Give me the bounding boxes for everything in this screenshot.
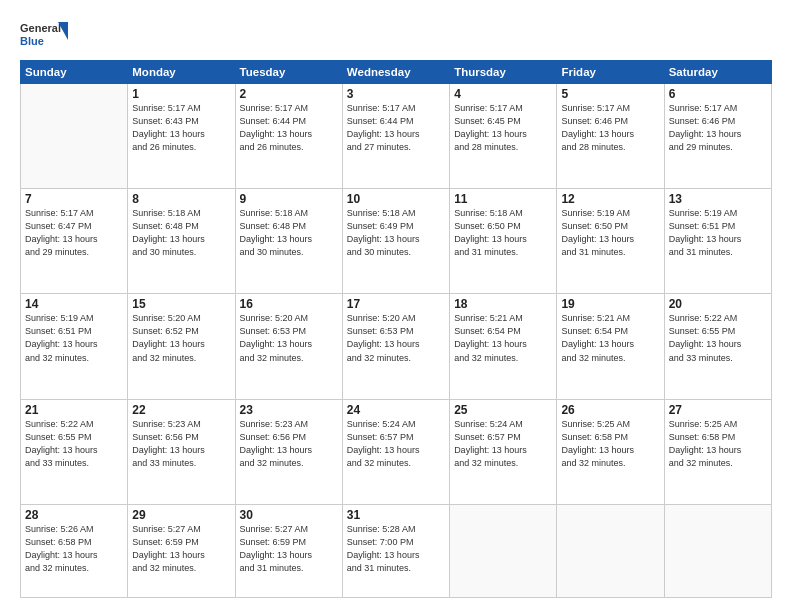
day-info: Sunrise: 5:24 AMSunset: 6:57 PMDaylight:… (347, 418, 445, 470)
day-number: 31 (347, 508, 445, 522)
day-number: 11 (454, 192, 552, 206)
calendar-table: SundayMondayTuesdayWednesdayThursdayFrid… (20, 60, 772, 598)
day-info: Sunrise: 5:21 AMSunset: 6:54 PMDaylight:… (454, 312, 552, 364)
day-number: 4 (454, 87, 552, 101)
weekday-header-sunday: Sunday (21, 61, 128, 84)
calendar-cell: 27Sunrise: 5:25 AMSunset: 6:58 PMDayligh… (664, 399, 771, 504)
day-number: 27 (669, 403, 767, 417)
weekday-header-wednesday: Wednesday (342, 61, 449, 84)
day-number: 16 (240, 297, 338, 311)
day-number: 6 (669, 87, 767, 101)
day-info: Sunrise: 5:17 AMSunset: 6:44 PMDaylight:… (240, 102, 338, 154)
day-info: Sunrise: 5:19 AMSunset: 6:50 PMDaylight:… (561, 207, 659, 259)
day-number: 7 (25, 192, 123, 206)
day-info: Sunrise: 5:18 AMSunset: 6:50 PMDaylight:… (454, 207, 552, 259)
calendar-cell: 19Sunrise: 5:21 AMSunset: 6:54 PMDayligh… (557, 294, 664, 399)
day-info: Sunrise: 5:27 AMSunset: 6:59 PMDaylight:… (240, 523, 338, 575)
svg-text:Blue: Blue (20, 35, 44, 47)
logo: General Blue (20, 18, 70, 54)
weekday-header-friday: Friday (557, 61, 664, 84)
day-number: 2 (240, 87, 338, 101)
calendar-cell: 5Sunrise: 5:17 AMSunset: 6:46 PMDaylight… (557, 84, 664, 189)
weekday-header-monday: Monday (128, 61, 235, 84)
calendar-week-row: 14Sunrise: 5:19 AMSunset: 6:51 PMDayligh… (21, 294, 772, 399)
day-number: 3 (347, 87, 445, 101)
day-info: Sunrise: 5:19 AMSunset: 6:51 PMDaylight:… (25, 312, 123, 364)
day-info: Sunrise: 5:20 AMSunset: 6:53 PMDaylight:… (347, 312, 445, 364)
calendar-cell: 13Sunrise: 5:19 AMSunset: 6:51 PMDayligh… (664, 189, 771, 294)
weekday-header-tuesday: Tuesday (235, 61, 342, 84)
day-info: Sunrise: 5:19 AMSunset: 6:51 PMDaylight:… (669, 207, 767, 259)
day-info: Sunrise: 5:26 AMSunset: 6:58 PMDaylight:… (25, 523, 123, 575)
calendar-cell: 14Sunrise: 5:19 AMSunset: 6:51 PMDayligh… (21, 294, 128, 399)
day-info: Sunrise: 5:28 AMSunset: 7:00 PMDaylight:… (347, 523, 445, 575)
day-info: Sunrise: 5:20 AMSunset: 6:52 PMDaylight:… (132, 312, 230, 364)
calendar-cell: 22Sunrise: 5:23 AMSunset: 6:56 PMDayligh… (128, 399, 235, 504)
day-number: 1 (132, 87, 230, 101)
day-info: Sunrise: 5:17 AMSunset: 6:45 PMDaylight:… (454, 102, 552, 154)
calendar-cell: 25Sunrise: 5:24 AMSunset: 6:57 PMDayligh… (450, 399, 557, 504)
weekday-header-row: SundayMondayTuesdayWednesdayThursdayFrid… (21, 61, 772, 84)
calendar-cell (21, 84, 128, 189)
weekday-header-saturday: Saturday (664, 61, 771, 84)
day-number: 30 (240, 508, 338, 522)
calendar-cell: 29Sunrise: 5:27 AMSunset: 6:59 PMDayligh… (128, 504, 235, 597)
calendar-cell (664, 504, 771, 597)
day-number: 26 (561, 403, 659, 417)
calendar-cell (557, 504, 664, 597)
calendar-cell: 4Sunrise: 5:17 AMSunset: 6:45 PMDaylight… (450, 84, 557, 189)
calendar-cell: 16Sunrise: 5:20 AMSunset: 6:53 PMDayligh… (235, 294, 342, 399)
calendar-cell (450, 504, 557, 597)
calendar-week-row: 7Sunrise: 5:17 AMSunset: 6:47 PMDaylight… (21, 189, 772, 294)
day-info: Sunrise: 5:23 AMSunset: 6:56 PMDaylight:… (240, 418, 338, 470)
calendar-cell: 24Sunrise: 5:24 AMSunset: 6:57 PMDayligh… (342, 399, 449, 504)
calendar-cell: 11Sunrise: 5:18 AMSunset: 6:50 PMDayligh… (450, 189, 557, 294)
day-number: 17 (347, 297, 445, 311)
calendar-cell: 21Sunrise: 5:22 AMSunset: 6:55 PMDayligh… (21, 399, 128, 504)
calendar-cell: 15Sunrise: 5:20 AMSunset: 6:52 PMDayligh… (128, 294, 235, 399)
calendar-cell: 12Sunrise: 5:19 AMSunset: 6:50 PMDayligh… (557, 189, 664, 294)
day-number: 8 (132, 192, 230, 206)
calendar-page: General Blue SundayMondayTuesdayWednesda… (0, 0, 792, 612)
calendar-cell: 17Sunrise: 5:20 AMSunset: 6:53 PMDayligh… (342, 294, 449, 399)
day-info: Sunrise: 5:17 AMSunset: 6:46 PMDaylight:… (561, 102, 659, 154)
day-number: 22 (132, 403, 230, 417)
day-info: Sunrise: 5:25 AMSunset: 6:58 PMDaylight:… (669, 418, 767, 470)
day-info: Sunrise: 5:17 AMSunset: 6:47 PMDaylight:… (25, 207, 123, 259)
calendar-cell: 7Sunrise: 5:17 AMSunset: 6:47 PMDaylight… (21, 189, 128, 294)
day-number: 9 (240, 192, 338, 206)
calendar-cell: 8Sunrise: 5:18 AMSunset: 6:48 PMDaylight… (128, 189, 235, 294)
calendar-week-row: 21Sunrise: 5:22 AMSunset: 6:55 PMDayligh… (21, 399, 772, 504)
day-info: Sunrise: 5:22 AMSunset: 6:55 PMDaylight:… (669, 312, 767, 364)
day-info: Sunrise: 5:18 AMSunset: 6:49 PMDaylight:… (347, 207, 445, 259)
calendar-cell: 10Sunrise: 5:18 AMSunset: 6:49 PMDayligh… (342, 189, 449, 294)
day-number: 23 (240, 403, 338, 417)
page-header: General Blue (20, 18, 772, 54)
day-info: Sunrise: 5:17 AMSunset: 6:44 PMDaylight:… (347, 102, 445, 154)
calendar-cell: 18Sunrise: 5:21 AMSunset: 6:54 PMDayligh… (450, 294, 557, 399)
day-info: Sunrise: 5:23 AMSunset: 6:56 PMDaylight:… (132, 418, 230, 470)
calendar-cell: 31Sunrise: 5:28 AMSunset: 7:00 PMDayligh… (342, 504, 449, 597)
day-number: 29 (132, 508, 230, 522)
calendar-week-row: 28Sunrise: 5:26 AMSunset: 6:58 PMDayligh… (21, 504, 772, 597)
day-number: 15 (132, 297, 230, 311)
day-number: 14 (25, 297, 123, 311)
day-number: 13 (669, 192, 767, 206)
day-info: Sunrise: 5:27 AMSunset: 6:59 PMDaylight:… (132, 523, 230, 575)
day-info: Sunrise: 5:24 AMSunset: 6:57 PMDaylight:… (454, 418, 552, 470)
calendar-week-row: 1Sunrise: 5:17 AMSunset: 6:43 PMDaylight… (21, 84, 772, 189)
day-info: Sunrise: 5:18 AMSunset: 6:48 PMDaylight:… (240, 207, 338, 259)
day-number: 25 (454, 403, 552, 417)
logo-svg: General Blue (20, 18, 70, 54)
day-number: 24 (347, 403, 445, 417)
day-number: 12 (561, 192, 659, 206)
day-info: Sunrise: 5:21 AMSunset: 6:54 PMDaylight:… (561, 312, 659, 364)
calendar-cell: 3Sunrise: 5:17 AMSunset: 6:44 PMDaylight… (342, 84, 449, 189)
calendar-cell: 1Sunrise: 5:17 AMSunset: 6:43 PMDaylight… (128, 84, 235, 189)
day-number: 18 (454, 297, 552, 311)
day-number: 19 (561, 297, 659, 311)
day-info: Sunrise: 5:17 AMSunset: 6:46 PMDaylight:… (669, 102, 767, 154)
calendar-cell: 20Sunrise: 5:22 AMSunset: 6:55 PMDayligh… (664, 294, 771, 399)
calendar-cell: 6Sunrise: 5:17 AMSunset: 6:46 PMDaylight… (664, 84, 771, 189)
day-info: Sunrise: 5:18 AMSunset: 6:48 PMDaylight:… (132, 207, 230, 259)
